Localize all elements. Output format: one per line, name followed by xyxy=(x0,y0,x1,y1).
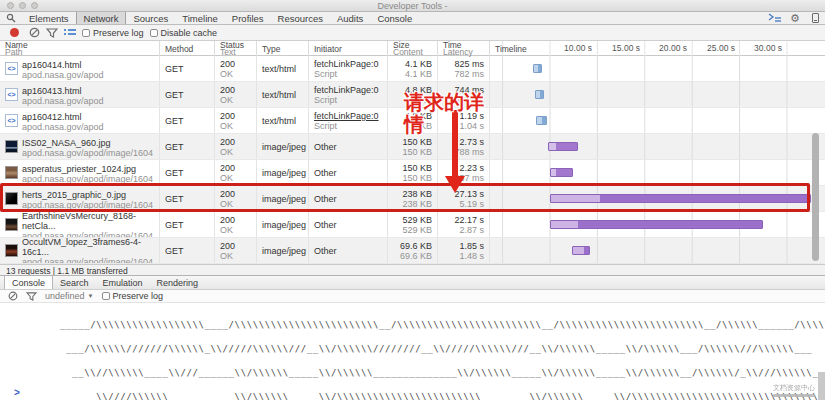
checkbox-icon[interactable] xyxy=(82,29,90,37)
column-header-initiator[interactable]: Initiator xyxy=(309,41,388,56)
preserve-log-checkbox[interactable]: Preserve log xyxy=(82,28,144,38)
tab-network[interactable]: Network xyxy=(76,12,127,24)
settings-gear-icon[interactable]: ⚙ xyxy=(785,12,805,24)
devtools-tabbar: Elements Network Sources Timeline Profil… xyxy=(0,12,825,25)
network-toolbar: Preserve log Disable cache xyxy=(0,25,825,41)
console-prompt[interactable]: > xyxy=(14,389,20,397)
disable-cache-label: Disable cache xyxy=(161,28,218,38)
scrollbar-thumb[interactable] xyxy=(812,133,819,261)
request-type: image/jpeg xyxy=(257,212,309,237)
request-path: apod.nasa.gov/apod/image/1604 xyxy=(22,200,153,210)
column-header-timeline[interactable]: Timeline 10.00 s 15.00 s 20.00 s 25.00 s… xyxy=(490,41,825,56)
table-row[interactable]: ISS02_NASA_960.jpgapod.nasa.gov/apod/ima… xyxy=(0,134,825,160)
table-row-highlighted[interactable]: herts_2015_graphic_0.jpgapod.nasa.gov/ap… xyxy=(0,186,825,212)
search-icon[interactable] xyxy=(0,12,22,24)
console-toolbar: undefined ▼ Preserve log xyxy=(0,290,825,303)
request-path: apod.nasa.gov/apod xyxy=(22,70,104,80)
request-method: GET xyxy=(160,56,215,81)
request-name: herts_2015_graphic_0.jpg xyxy=(22,190,153,200)
column-header-name[interactable]: Name Path xyxy=(0,41,160,56)
table-row[interactable]: asperatus_priester_1024.jpgapod.nasa.gov… xyxy=(0,160,825,186)
record-icon[interactable] xyxy=(10,28,19,37)
request-method: GET xyxy=(160,108,215,133)
timeline-tick-label: 25.00 s xyxy=(691,41,735,56)
initiator-link[interactable]: fetchLinkPage:0 xyxy=(314,85,387,95)
timeline-bar xyxy=(572,246,590,255)
checkbox-icon[interactable] xyxy=(102,292,110,300)
tab-resources[interactable]: Resources xyxy=(271,12,330,24)
table-row[interactable]: EarthshineVsMercury_8168-netCla...apod.n… xyxy=(0,212,825,238)
request-summary-bar: 13 requests | 1.1 MB transferred xyxy=(0,264,825,275)
window-titlebar: Developer Tools - xyxy=(0,0,825,12)
timeline-bar xyxy=(550,168,573,177)
show-drawer-icon[interactable] xyxy=(765,12,785,24)
timeline-bar xyxy=(548,142,578,151)
request-name: ap160412.html xyxy=(22,112,104,122)
column-header-size[interactable]: Size Content xyxy=(388,41,438,56)
initiator-link[interactable]: fetchLinkPage:0 xyxy=(314,59,387,69)
disable-cache-checkbox[interactable]: Disable cache xyxy=(150,28,218,38)
request-type: image/jpeg xyxy=(257,160,309,185)
console-drawer-tabbar: Console Search Emulation Rendering xyxy=(0,275,825,290)
large-rows-icon[interactable] xyxy=(64,28,76,38)
device-mode-icon[interactable] xyxy=(805,12,825,24)
request-name: asperatus_priester_1024.jpg xyxy=(22,164,153,174)
request-path: apod.nasa.gov/apod/image/1604 xyxy=(22,257,159,263)
tab-elements[interactable]: Elements xyxy=(22,12,76,24)
timeline-tick-label: 30.00 s xyxy=(738,41,782,56)
timeline-bar xyxy=(533,64,542,73)
tab-audits[interactable]: Audits xyxy=(330,12,370,24)
clear-icon[interactable] xyxy=(29,27,40,38)
tab-console[interactable]: Console xyxy=(370,12,419,24)
image-thumbnail-icon xyxy=(5,140,18,153)
request-method: GET xyxy=(160,82,215,107)
clear-console-icon[interactable] xyxy=(8,291,18,301)
document-icon: <> xyxy=(5,88,18,101)
document-icon: <> xyxy=(5,114,18,127)
timeline-tick-label: 15.00 s xyxy=(596,41,640,56)
request-name: EarthshineVsMercury_8168-netCla... xyxy=(22,212,159,231)
request-path: apod.nasa.gov/apod xyxy=(22,96,104,106)
drawer-tab-console[interactable]: Console xyxy=(4,276,53,289)
console-preserve-log-checkbox[interactable]: Preserve log xyxy=(102,291,164,301)
table-row[interactable]: <> ap160414.htmlapod.nasa.gov/apod GET 2… xyxy=(0,56,825,82)
timeline-bar xyxy=(536,116,547,125)
drawer-tab-rendering[interactable]: Rendering xyxy=(150,276,206,289)
drawer-tab-search[interactable]: Search xyxy=(53,276,96,289)
initiator-other: Other xyxy=(309,134,388,159)
tab-sources[interactable]: Sources xyxy=(126,12,175,24)
console-output[interactable]: _____/\\\\\\\\\\\\\\\\\\____/\\\\\\\\\\\… xyxy=(0,303,825,400)
request-type: image/jpeg xyxy=(257,134,309,159)
column-header-status[interactable]: Status Text xyxy=(215,41,257,56)
request-method: GET xyxy=(160,212,215,237)
initiator-other: Other xyxy=(309,160,388,185)
request-type: text/html xyxy=(257,56,309,81)
checkbox-icon[interactable] xyxy=(150,29,158,37)
console-scrollbar-track[interactable] xyxy=(818,372,825,400)
annotation-arrowhead-icon xyxy=(445,176,465,193)
console-filter-icon[interactable] xyxy=(26,292,37,301)
timeline-tick-label: 20.00 s xyxy=(643,41,687,56)
network-table-header: Name Path Method Status Text Type Initia… xyxy=(0,41,825,56)
timeline-tick-label: 10.00 s xyxy=(548,41,592,56)
initiator-link[interactable]: fetchLinkPage:0 xyxy=(314,111,387,121)
column-header-type[interactable]: Type xyxy=(257,41,309,56)
timeline-bar xyxy=(535,90,544,99)
execution-context-selector[interactable]: undefined ▼ xyxy=(45,291,94,301)
image-thumbnail-icon xyxy=(5,192,18,205)
tab-timeline[interactable]: Timeline xyxy=(175,12,225,24)
preserve-log-label: Preserve log xyxy=(93,28,144,38)
column-header-method[interactable]: Method xyxy=(160,41,215,56)
request-type: image/jpeg xyxy=(257,238,309,263)
initiator-other: Other xyxy=(309,212,388,237)
filter-icon[interactable] xyxy=(46,28,58,38)
timeline-bar xyxy=(550,220,763,229)
request-type: image/jpeg xyxy=(257,186,309,211)
request-method: GET xyxy=(160,160,215,185)
initiator-other: Other xyxy=(309,238,388,263)
tab-profiles[interactable]: Profiles xyxy=(225,12,271,24)
column-header-time[interactable]: Time Latency xyxy=(438,41,490,56)
request-path: apod.nasa.gov/apod/image/1604 xyxy=(22,231,159,237)
drawer-tab-emulation[interactable]: Emulation xyxy=(96,276,150,289)
table-row[interactable]: OccultVM_lopez_3frames6-4-16c1...apod.na… xyxy=(0,238,825,264)
